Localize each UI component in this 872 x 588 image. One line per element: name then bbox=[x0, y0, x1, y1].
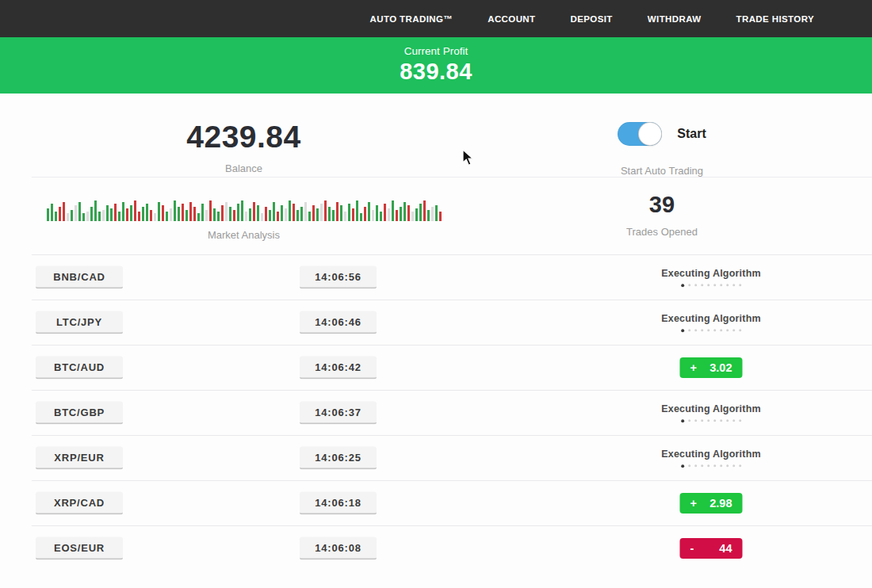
market-bar bbox=[158, 202, 160, 221]
market-bar bbox=[134, 200, 136, 221]
start-auto-trading-toggle[interactable] bbox=[618, 122, 662, 146]
progress-dot bbox=[726, 419, 729, 422]
market-bar bbox=[130, 205, 132, 221]
currency-pair-badge: XRP/CAD bbox=[36, 492, 123, 515]
market-bar bbox=[403, 202, 406, 221]
currency-pair-badge: BTC/AUD bbox=[36, 357, 123, 380]
trade-rows-list: BNB/CAD 14:06:56 Executing Algorithm LTC… bbox=[0, 254, 872, 571]
trade-time-badge: 14:06:08 bbox=[300, 537, 377, 560]
progress-dot bbox=[681, 464, 684, 468]
progress-dot bbox=[713, 284, 716, 286]
market-bar bbox=[225, 202, 228, 221]
market-bar bbox=[197, 213, 200, 221]
market-bar bbox=[257, 205, 259, 221]
progress-dot bbox=[688, 464, 690, 467]
nav-item-trade-history[interactable]: TRADE HISTORY bbox=[736, 14, 815, 24]
progress-dot bbox=[688, 329, 690, 331]
market-bar bbox=[384, 204, 386, 221]
progress-dot bbox=[739, 419, 741, 422]
profit-badge: +2.98 bbox=[680, 493, 743, 514]
progress-dot bbox=[707, 464, 709, 467]
table-row: XRP/CAD 14:06:18 +2.98 bbox=[32, 480, 872, 525]
market-bar bbox=[118, 212, 120, 221]
auto-trading-page: AUTO TRADING™ACCOUNTDEPOSITWITHDRAWTRADE… bbox=[0, 0, 872, 588]
progress-dot bbox=[701, 284, 703, 286]
progress-dot bbox=[720, 464, 722, 467]
progress-dot bbox=[681, 419, 684, 422]
nav-item-deposit[interactable]: DEPOSIT bbox=[571, 14, 613, 24]
market-bar bbox=[142, 207, 144, 221]
market-bar bbox=[376, 205, 378, 221]
progress-dot bbox=[694, 419, 697, 422]
trade-time-badge: 14:06:18 bbox=[300, 492, 377, 515]
progress-dot bbox=[694, 464, 697, 467]
trade-status-cell: Executing Algorithm bbox=[661, 403, 761, 422]
market-bar bbox=[229, 207, 231, 221]
market-bar bbox=[332, 210, 335, 221]
trade-status-cell: -44 bbox=[680, 538, 743, 559]
market-bar bbox=[320, 204, 323, 221]
result-sign: + bbox=[690, 361, 697, 374]
market-bar bbox=[296, 210, 299, 221]
trade-time-badge: 14:06:25 bbox=[300, 447, 377, 470]
trade-status-cell: Executing Algorithm bbox=[661, 313, 761, 332]
market-bar bbox=[63, 202, 65, 221]
progress-dot bbox=[739, 464, 741, 467]
market-bar bbox=[82, 213, 85, 221]
toggle-knob[interactable] bbox=[639, 123, 661, 145]
market-analysis-chart bbox=[0, 197, 488, 221]
market-bar bbox=[106, 205, 109, 221]
market-bar bbox=[71, 210, 73, 221]
progress-dot bbox=[726, 464, 729, 467]
market-bar bbox=[126, 208, 128, 221]
market-bar bbox=[110, 208, 113, 221]
loss-badge: -44 bbox=[680, 538, 743, 559]
table-row: BTC/GBP 14:06:37 Executing Algorithm bbox=[32, 390, 872, 435]
table-row: BNB/CAD 14:06:56 Executing Algorithm bbox=[32, 254, 872, 300]
trade-status-cell: Executing Algorithm bbox=[661, 449, 761, 468]
current-profit-value: 839.84 bbox=[0, 59, 872, 85]
progress-dot bbox=[713, 419, 716, 422]
market-and-trades-row: Market Analysis 39 Trades Opened bbox=[0, 178, 872, 241]
market-bar bbox=[78, 202, 81, 221]
trades-opened-label: Trades Opened bbox=[488, 226, 836, 238]
nav-item-auto-trading[interactable]: AUTO TRADING™ bbox=[370, 14, 453, 24]
nav-item-account[interactable]: ACCOUNT bbox=[488, 14, 535, 24]
market-bar bbox=[407, 205, 410, 221]
market-bar bbox=[368, 202, 370, 221]
progress-dot bbox=[739, 284, 741, 286]
progress-dot bbox=[720, 419, 722, 422]
market-bar bbox=[273, 202, 275, 221]
progress-dot bbox=[707, 284, 709, 286]
table-row: EOS/EUR 14:06:08 -44 bbox=[32, 525, 872, 571]
trade-status-cell: Executing Algorithm bbox=[661, 268, 761, 287]
market-bar bbox=[174, 200, 176, 221]
progress-dot bbox=[701, 464, 703, 467]
market-bar bbox=[233, 210, 235, 221]
progress-dot bbox=[707, 419, 709, 422]
nav-item-withdraw[interactable]: WITHDRAW bbox=[648, 14, 702, 24]
market-bar bbox=[336, 202, 338, 221]
market-bar bbox=[185, 210, 188, 221]
market-bar bbox=[316, 208, 319, 221]
market-bar bbox=[241, 200, 243, 221]
market-bar bbox=[182, 204, 184, 221]
market-bar bbox=[400, 207, 402, 221]
executing-algorithm-label: Executing Algorithm bbox=[661, 268, 761, 279]
market-bar bbox=[55, 212, 57, 221]
progress-dot bbox=[732, 419, 735, 422]
market-bar bbox=[431, 207, 434, 221]
market-bar bbox=[300, 207, 303, 221]
market-bar bbox=[360, 213, 362, 221]
market-bar bbox=[102, 210, 105, 221]
trade-time-badge: 14:06:46 bbox=[300, 311, 377, 334]
executing-algorithm-label: Executing Algorithm bbox=[661, 449, 761, 460]
progress-dot bbox=[694, 284, 697, 286]
progress-dots bbox=[661, 419, 761, 422]
market-bar bbox=[67, 213, 69, 221]
progress-dot bbox=[732, 284, 735, 286]
progress-dots bbox=[661, 464, 761, 468]
market-bar bbox=[162, 205, 164, 221]
market-bar bbox=[51, 204, 53, 221]
progress-dot bbox=[707, 329, 709, 331]
